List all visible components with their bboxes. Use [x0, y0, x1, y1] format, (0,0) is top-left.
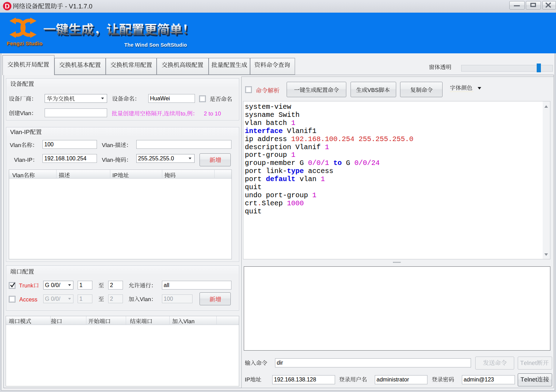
svg-text:D: D — [5, 2, 10, 10]
